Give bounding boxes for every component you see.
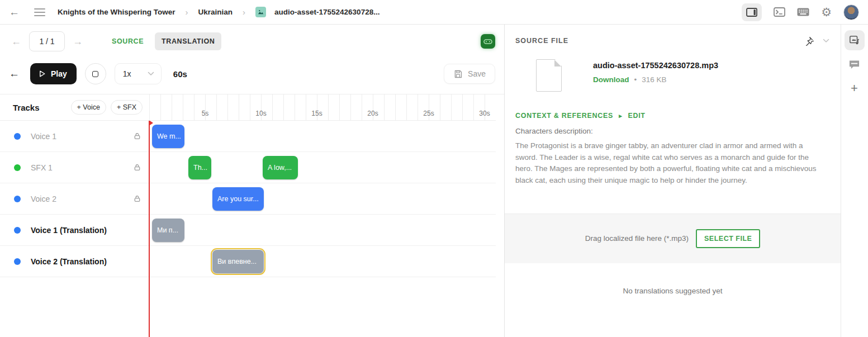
add-voice-button[interactable]: + Voice — [71, 100, 106, 115]
tab-translation[interactable]: TRANSLATION — [155, 32, 221, 50]
track-name: SFX 1 — [31, 163, 53, 172]
track-color-dot — [14, 133, 21, 140]
plugin-icon[interactable] — [481, 34, 495, 49]
track-name: Voice 2 (Translation) — [31, 257, 107, 266]
select-file-button[interactable]: SELECT FILE — [696, 229, 760, 248]
timeline-clip[interactable]: We m... — [152, 125, 184, 148]
playback-speed-value: 1x — [123, 69, 131, 78]
add-panel-icon[interactable]: + — [851, 82, 858, 94]
breadcrumb-separator: › — [186, 7, 188, 17]
topbar-actions: ⚙ — [742, 3, 859, 21]
characters-description-label: Characters description: — [505, 120, 841, 135]
play-button[interactable]: Play — [30, 63, 77, 84]
topbar: ← Knights of the Whispering Tower › Ukra… — [0, 0, 868, 25]
terminal-icon[interactable] — [774, 7, 785, 17]
edit-link[interactable]: EDIT — [628, 112, 645, 120]
playback-speed-select[interactable]: 1x — [115, 63, 162, 84]
track-name: Voice 2 — [31, 194, 56, 203]
timeline-editor: ← 1 / 1 → SOURCE TRANSLATION ← Play 1x 6… — [0, 25, 505, 337]
next-page-icon[interactable]: → — [70, 36, 85, 48]
hamburger-menu-icon[interactable] — [34, 8, 45, 16]
player-controls: ← Play 1x 60s Save — [0, 54, 504, 94]
track-color-dot — [14, 196, 21, 202]
total-duration: 60s — [173, 69, 187, 79]
tab-source[interactable]: SOURCE — [106, 32, 149, 50]
stop-icon — [92, 71, 98, 77]
pin-icon[interactable] — [804, 36, 814, 46]
download-link[interactable]: Download — [593, 75, 629, 84]
asset-thumbnail-icon — [255, 7, 266, 17]
comments-icon[interactable] — [848, 59, 860, 70]
track-color-dot — [14, 258, 21, 265]
dropzone-hint: Drag localized file here (*.mp3) — [585, 234, 689, 243]
ruler-tick-label: 15s — [311, 110, 322, 117]
page-indicator: 1 / 1 — [29, 31, 65, 51]
file-name: audio-asset-1755242630728.mp3 — [593, 61, 718, 70]
context-references-link[interactable]: CONTEXT & REFERENCES — [515, 112, 613, 120]
source-file-card: audio-asset-1755242630728.mp3 Download •… — [505, 49, 841, 96]
source-file-panel: SOURCE FILE audio-asset-1755242630728.mp… — [505, 25, 841, 337]
track-color-dot — [14, 227, 21, 234]
save-icon — [453, 69, 463, 79]
meta-separator: • — [634, 75, 637, 84]
editor-toolbar: ← 1 / 1 → SOURCE TRANSLATION — [0, 25, 504, 54]
lock-icon[interactable] — [133, 194, 141, 203]
exit-editor-icon[interactable]: ← — [9, 68, 20, 80]
ruler-tick-label: 5s — [202, 110, 209, 117]
track-name: Voice 1 — [31, 132, 56, 141]
breadcrumb-language[interactable]: Ukrainian — [198, 8, 233, 16]
breadcrumb-asset[interactable]: audio-asset-1755242630728... — [274, 8, 380, 16]
tracks-title: Tracks — [13, 103, 40, 112]
ruler-tick-label: 20s — [367, 110, 378, 117]
timeline-clip[interactable]: A low,... — [263, 156, 298, 179]
breadcrumb-project[interactable]: Knights of the Whispering Tower — [58, 8, 176, 16]
timeline-ruler[interactable]: 5s10s15s20s25s30s — [149, 94, 496, 120]
track-color-dot — [14, 164, 21, 171]
localized-file-dropzone[interactable]: Drag localized file here (*.mp3) SELECT … — [505, 213, 841, 263]
lock-icon[interactable] — [133, 132, 141, 140]
tracks-area: Tracks + Voice + SFX 5s10s15s20s25s30s V… — [0, 94, 504, 337]
keyboard-icon[interactable] — [797, 8, 809, 16]
file-icon — [536, 59, 562, 92]
user-avatar[interactable] — [843, 4, 859, 20]
collapse-chevron-icon[interactable] — [823, 39, 829, 43]
panel-title: SOURCE FILE — [515, 37, 568, 45]
timeline-clip[interactable]: Th... — [188, 156, 211, 179]
tracks-header: Tracks + Voice + SFX 5s10s15s20s25s30s — [0, 94, 496, 121]
page-indicator-value: 1 / 1 — [39, 37, 54, 46]
ruler-tick-label: 30s — [479, 110, 490, 117]
breadcrumb-separator: › — [243, 7, 245, 17]
play-icon — [37, 69, 46, 78]
media-panel-icon[interactable] — [845, 30, 865, 50]
timeline-clip[interactable]: Ви впевне... — [212, 250, 264, 273]
right-rail: + — [841, 25, 867, 337]
panel-toggle-icon[interactable] — [742, 3, 762, 21]
play-button-label: Play — [51, 69, 67, 78]
back-icon[interactable]: ← — [9, 6, 20, 18]
timeline-clip[interactable]: Ми п... — [152, 219, 184, 242]
prev-page-icon[interactable]: ← — [9, 36, 23, 48]
playhead[interactable] — [149, 121, 150, 337]
ruler-tick-label: 10s — [255, 110, 266, 117]
add-sfx-button[interactable]: + SFX — [111, 100, 143, 115]
track-name: Voice 1 (Translation) — [31, 226, 107, 235]
caret-right-icon: ▸ — [619, 112, 622, 120]
lock-icon[interactable] — [133, 163, 141, 172]
chevron-down-icon — [148, 72, 154, 76]
no-translations-message: No translations suggested yet — [505, 287, 841, 295]
timeline-clip[interactable]: Are you sur... — [212, 187, 264, 211]
save-button[interactable]: Save — [444, 64, 495, 84]
stop-button[interactable] — [85, 63, 106, 84]
clips-layer: We m...Th...A low,...Are you sur...Ми п.… — [149, 121, 496, 337]
settings-gear-icon[interactable]: ⚙ — [821, 6, 832, 18]
characters-description-text: The Protagonist is a brave ginger tabby,… — [505, 135, 841, 187]
file-size: 316 KB — [642, 75, 666, 84]
save-button-label: Save — [468, 69, 486, 78]
ruler-tick-label: 25s — [423, 110, 434, 117]
